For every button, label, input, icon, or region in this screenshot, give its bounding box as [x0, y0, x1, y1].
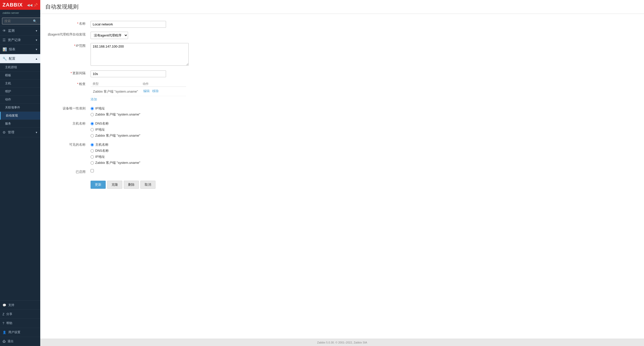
chevron-down-icon: ▼ — [35, 48, 38, 51]
enabled-label: 已启用 — [45, 167, 88, 176]
visible-name-option-dns[interactable]: DNS名称 — [91, 148, 636, 153]
enabled-checkbox-label[interactable] — [91, 169, 636, 172]
check-actions: 编辑 移除 — [141, 87, 186, 96]
visible-name-option-uname[interactable]: Zabbix 客户端 "system.uname" — [91, 161, 636, 165]
name-label: *名称 — [45, 19, 88, 30]
sidebar-item-label: 配置 — [9, 56, 15, 61]
admin-icon: ⚙ — [3, 130, 6, 134]
hostname-radio-uname[interactable] — [91, 134, 94, 137]
uniqueness-radio-group: IP地址 Zabbix 客户端 "system.uname" — [91, 106, 636, 117]
collapse-icon[interactable]: ◀◀ — [27, 3, 32, 7]
search-area: 🔍 — [0, 16, 40, 26]
sidebar-item-hosts[interactable]: 主机 — [0, 80, 40, 88]
interval-row: *更新间隔 — [45, 68, 639, 79]
sidebar-item-assets[interactable]: ☰ 资产记录 ▼ — [0, 35, 40, 45]
checks-row: *检查 类型 动作 Zabbix 客户端 "system.uname" — [45, 79, 639, 104]
sidebar-item-hostgroups[interactable]: 主机群组 — [0, 63, 40, 71]
sidebar-item-support[interactable]: 💬 支持 — [0, 301, 40, 310]
sidebar-item-config[interactable]: 🔧 配置 ▲ — [0, 54, 40, 63]
sidebar-item-logout[interactable]: ⏻ 退出 — [0, 337, 40, 346]
ip-label: *IP范围 — [45, 41, 88, 68]
page-title: 自动发现规则 — [45, 3, 639, 11]
enabled-row: 已启用 — [45, 167, 639, 176]
sidebar-header: ZABBIX ◀◀ 📌 — [0, 0, 40, 10]
agent-select[interactable]: 没有agent代理程序 — [91, 32, 128, 39]
clone-button[interactable]: 克隆 — [107, 181, 122, 189]
page-header: 自动发现规则 — [40, 0, 644, 14]
sidebar-header-icons: ◀◀ 📌 — [27, 3, 38, 7]
sidebar-item-monitoring[interactable]: 👁 监测 ▼ — [0, 26, 40, 35]
uniqueness-radio-ip[interactable] — [91, 107, 94, 110]
uniqueness-option-uname[interactable]: Zabbix 客户端 "system.uname" — [91, 112, 636, 117]
sidebar-item-events[interactable]: 关联项事件 — [0, 104, 40, 112]
delete-button[interactable]: 删除 — [124, 181, 139, 189]
sidebar-item-actions[interactable]: 动作 — [0, 96, 40, 104]
name-row: *名称 — [45, 19, 639, 30]
sidebar-item-maintenance[interactable]: 维护 — [0, 88, 40, 96]
hostname-label: 主机名称 — [45, 119, 88, 140]
sidebar-item-label: 管理 — [8, 130, 14, 135]
uniqueness-option-ip[interactable]: IP地址 — [91, 106, 636, 111]
update-button[interactable]: 更新 — [91, 181, 106, 189]
reports-icon: 📊 — [3, 47, 7, 51]
sidebar: ZABBIX ◀◀ 📌 zabbix server 🔍 👁 监测 ▼ ☰ 资产记… — [0, 0, 40, 346]
assets-icon: ☰ — [3, 38, 6, 42]
remove-check-button[interactable]: 移除 — [152, 89, 159, 93]
footer-text: Zabbix 5.0.30. © 2001–2022, Zabbix SIA — [317, 341, 367, 344]
checks-table: 类型 动作 Zabbix 客户端 "system.uname" 编辑 移除 — [91, 81, 186, 96]
uniqueness-radio-uname[interactable] — [91, 113, 94, 116]
cancel-button[interactable]: 取消 — [140, 181, 155, 189]
action-buttons: 更新 克隆 删除 取消 — [91, 181, 636, 189]
chevron-down-icon: ▼ — [35, 29, 38, 32]
sidebar-item-label: 报表 — [9, 47, 15, 52]
agent-label: 由agent代理程序自动发现 — [45, 30, 88, 41]
hostname-radio-dns[interactable] — [91, 122, 94, 125]
visible-name-radio-group: 主机名称 DNS名称 IP地址 Zabbix 客户端 "system. — [91, 142, 636, 165]
add-check-link[interactable]: 添加 — [91, 97, 97, 102]
sidebar-item-templates[interactable]: 模板 — [0, 71, 40, 80]
logout-icon: ⏻ — [3, 340, 6, 343]
visible-name-option-ip[interactable]: IP地址 — [91, 155, 636, 159]
visible-name-radio-dns[interactable] — [91, 149, 94, 152]
buttons-row: 更新 克隆 删除 取消 — [45, 176, 639, 191]
sidebar-item-services[interactable]: 服务 — [0, 120, 40, 128]
pin-icon[interactable]: 📌 — [33, 3, 38, 7]
hostname-option-ip[interactable]: IP地址 — [91, 127, 636, 132]
monitoring-icon: 👁 — [3, 29, 6, 33]
sidebar-item-admin[interactable]: ⚙ 管理 ▼ — [0, 128, 40, 137]
main-content: 自动发现规则 *名称 由agent代理程序自动发现 没有agent代理程序 — [40, 0, 644, 346]
visible-name-row: 可见的名称 主机名称 DNS名称 IP地址 — [45, 140, 639, 167]
hostname-radio-ip[interactable] — [91, 128, 94, 131]
search-icon: 🔍 — [33, 19, 37, 23]
ip-range-textarea[interactable] — [91, 43, 189, 66]
visible-name-radio-ip[interactable] — [91, 155, 94, 159]
sidebar-item-user-settings[interactable]: 👤 用户设置 — [0, 328, 40, 337]
interval-input[interactable] — [91, 70, 166, 77]
hostname-radio-group: DNS名称 IP地址 Zabbix 客户端 "system.uname" — [91, 121, 636, 138]
config-icon: 🔧 — [3, 57, 7, 61]
check-type: Zabbix 客户端 "system.uname" — [91, 87, 141, 96]
sidebar-item-share[interactable]: Z 分享 — [0, 310, 40, 319]
edit-check-button[interactable]: 编辑 — [143, 89, 150, 93]
sidebar-item-help[interactable]: ? 帮助 — [0, 319, 40, 328]
sidebar-item-reports[interactable]: 📊 报表 ▼ — [0, 45, 40, 54]
hostname-option-uname[interactable]: Zabbix 客户端 "system.uname" — [91, 133, 636, 138]
uniqueness-row: 设备唯一性准则 IP地址 Zabbix 客户端 "system.uname" — [45, 104, 639, 119]
visible-name-radio-hostname[interactable] — [91, 143, 94, 146]
content-area: *名称 由agent代理程序自动发现 没有agent代理程序 *IP范围 — [40, 14, 644, 339]
visible-name-option-hostname[interactable]: 主机名称 — [91, 142, 636, 147]
ip-range-row: *IP范围 — [45, 41, 639, 68]
name-input[interactable] — [91, 21, 166, 28]
checks-label: *检查 — [45, 79, 88, 104]
sidebar-bottom: 💬 支持 Z 分享 ? 帮助 👤 用户设置 ⏻ 退出 — [0, 300, 40, 346]
sidebar-item-label: 资产记录 — [8, 38, 21, 42]
enabled-checkbox[interactable] — [91, 169, 94, 172]
sidebar-item-discovery[interactable]: 自动发现 — [0, 112, 40, 120]
chevron-down-icon: ▼ — [35, 131, 38, 134]
sidebar-item-label: 监测 — [8, 28, 15, 33]
checks-col-action: 动作 — [141, 81, 186, 87]
support-icon: 💬 — [3, 303, 6, 307]
hostname-option-dns[interactable]: DNS名称 — [91, 121, 636, 126]
chevron-down-icon: ▼ — [35, 39, 38, 42]
visible-name-radio-uname[interactable] — [91, 161, 94, 165]
